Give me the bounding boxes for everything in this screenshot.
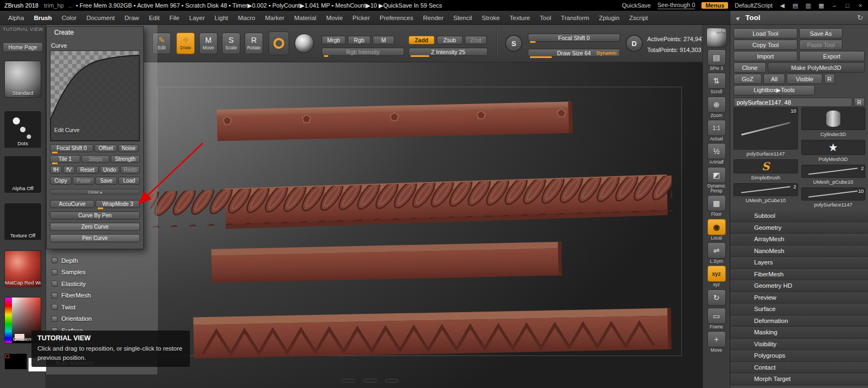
subpalette-preview[interactable]: Preview <box>730 292 868 304</box>
grid-icon[interactable]: ▦ <box>818 2 825 9</box>
paste-tool-button[interactable]: Paste Tool <box>799 40 843 50</box>
curve-strength-slider[interactable]: Strength <box>111 155 140 163</box>
curve-save-button[interactable]: Save <box>95 177 117 185</box>
subpalette-fibermesh[interactable]: FiberMesh <box>730 269 868 281</box>
menu-picker[interactable]: Picker <box>348 15 375 21</box>
local-button[interactable]: ◉ Local <box>707 219 726 241</box>
accucurve-toggle[interactable]: AccuCurve <box>50 200 94 208</box>
brush-section-orientation[interactable]: Orientation <box>46 313 157 325</box>
menu-layer[interactable]: Layer <box>184 15 210 21</box>
z-intensity-slider[interactable]: Z Intensity 25 <box>409 48 488 56</box>
curve-focal-shift-slider[interactable]: Focal Shift 0 <box>50 144 93 152</box>
scale-mode-button[interactable]: S Scale <box>222 33 240 54</box>
goz-button[interactable]: GoZ <box>733 74 762 84</box>
curve-copy-button[interactable]: Copy <box>50 177 72 185</box>
panel-layout-alt-icon[interactable]: ▥ <box>805 2 812 9</box>
goz-visible-button[interactable]: Visible <box>787 74 822 84</box>
menu-movie[interactable]: Movie <box>321 15 348 21</box>
curve-tile-slider[interactable]: Tile 1 <box>50 155 80 163</box>
menu-stencil[interactable]: Stencil <box>449 15 477 21</box>
mrgb-button[interactable]: Mrgb <box>322 36 346 44</box>
wrapmode-slider[interactable]: WrapMode 3 <box>95 200 140 208</box>
xyz-button[interactable]: xyz xyz <box>707 266 726 287</box>
subpalette-polygroups[interactable]: Polygroups <box>730 350 868 362</box>
load-tool-button[interactable]: Load Tool <box>733 28 797 38</box>
goz-all-button[interactable]: All <box>763 74 785 84</box>
pen-curve-button[interactable]: Pen Curve <box>50 234 140 242</box>
spix-button[interactable]: ▤ SPix 3 <box>707 49 726 71</box>
stroke-s-button[interactable]: S <box>505 35 522 52</box>
tool-rename-r-button[interactable]: R <box>854 98 865 107</box>
menu-light[interactable]: Light <box>210 15 233 21</box>
goz-r-button[interactable]: R <box>824 74 835 84</box>
restore-icon[interactable]: □ <box>844 2 851 9</box>
slider-nub[interactable] <box>411 55 429 57</box>
subpalette-deformation[interactable]: Deformation <box>730 315 868 327</box>
subpalette-morph-target[interactable]: Morph Target <box>730 373 868 385</box>
menu-zscript[interactable]: Zscript <box>624 15 653 21</box>
subpalette-geometry[interactable]: Geometry <box>730 222 868 234</box>
material-selector[interactable]: MatCap Red Wax <box>4 250 41 287</box>
dock-left-icon[interactable]: ◀ <box>779 2 786 9</box>
import-button[interactable]: Import <box>733 51 797 61</box>
alpha-selector[interactable]: Alpha Off <box>4 156 41 193</box>
subpalette-geometry-hd[interactable]: Geometry HD <box>730 280 868 292</box>
close-icon[interactable]: × <box>857 2 864 9</box>
menu-zplugin[interactable]: Zplugin <box>594 15 624 21</box>
slider-nub[interactable] <box>52 152 58 153</box>
curve-undo-button[interactable]: Undo <box>100 166 119 174</box>
actual-size-button[interactable]: 1:1 Actual <box>707 120 726 141</box>
rotate-mode-button[interactable]: R Rotate <box>245 33 263 54</box>
draw-size-slider[interactable]: Draw Size 64 Dynamic <box>528 49 620 57</box>
slider-nub[interactable] <box>530 41 535 43</box>
move-mode-button[interactable]: M Move <box>199 33 218 54</box>
scroll-button[interactable]: ⇅ Scroll <box>707 73 726 94</box>
zadd-button[interactable]: Zadd <box>409 36 435 44</box>
home-page-button[interactable]: Home Page <box>3 42 43 52</box>
dynamic-persp-button[interactable]: ◩ Dynamic Persp <box>703 167 730 194</box>
curve-steps-slider[interactable]: Steps <box>81 155 110 163</box>
refresh-icon[interactable]: ↻ <box>857 14 863 22</box>
quicksave-button[interactable]: QuickSave <box>622 2 651 9</box>
spin-button[interactable]: ↻ <box>707 289 726 306</box>
menu-marker[interactable]: Marker <box>260 15 289 21</box>
minimize-icon[interactable]: – <box>831 2 838 9</box>
brush-thumbnail-standard[interactable]: Standard <box>4 61 41 98</box>
close-divider[interactable]: Close ▴ <box>50 189 140 195</box>
brush-section-depth[interactable]: Depth <box>46 255 157 267</box>
save-as-button[interactable]: Save As <box>799 28 843 38</box>
subpalette-surface[interactable]: Surface <box>730 303 868 315</box>
brush-section-twist[interactable]: Twist <box>46 301 157 313</box>
menu-brush[interactable]: Brush <box>29 15 56 21</box>
flip-horizontal-button[interactable]: fH <box>50 166 62 174</box>
slider-nub[interactable] <box>324 55 328 57</box>
depth-d-button[interactable]: D <box>626 35 643 52</box>
curve-paste-button[interactable]: Paste <box>73 177 94 185</box>
subpalette-arraymesh[interactable]: ArrayMesh <box>730 234 868 245</box>
brush-section-fibermesh[interactable]: FiberMesh <box>46 290 157 302</box>
curve-reset-button[interactable]: Reset <box>76 166 99 174</box>
flip-vertical-button[interactable]: fV <box>63 166 75 174</box>
curve-editor[interactable]: Edit Curve <box>50 50 140 141</box>
menu-document[interactable]: Document <box>81 15 119 21</box>
focal-shift-slider[interactable]: Focal Shift 0 <box>528 34 620 42</box>
subpalette-contact[interactable]: Contact <box>730 362 868 374</box>
menu-tool[interactable]: Tool <box>535 15 556 21</box>
menu-draw[interactable]: Draw <box>120 15 144 21</box>
main-color-swatch[interactable] <box>4 353 27 370</box>
menu-macro[interactable]: Macro <box>233 15 260 21</box>
tool-thumbnail-umesh2[interactable]: 2 <box>801 165 866 178</box>
subpalette-visibility[interactable]: Visibility <box>730 339 868 351</box>
menu-texture[interactable]: Texture <box>505 15 535 21</box>
menu-alpha[interactable]: Alpha <box>3 15 29 21</box>
slider-nub[interactable] <box>530 56 552 58</box>
default-zscript-button[interactable]: DefaultZScript <box>735 2 773 9</box>
create-section-title[interactable]: Create <box>54 29 140 36</box>
menu-file[interactable]: File <box>164 15 184 21</box>
aahalf-button[interactable]: ½ AAHalf <box>707 143 726 165</box>
menu-transform[interactable]: Transform <box>556 15 594 21</box>
tool-thumbnail-simplebrush[interactable]: S <box>733 159 798 173</box>
subpalette-nanomesh[interactable]: NanoMesh <box>730 245 868 257</box>
tool-thumbnail-polysurface2[interactable]: 10 <box>801 187 866 201</box>
see-through-slider[interactable]: See-through 0 <box>658 2 695 9</box>
